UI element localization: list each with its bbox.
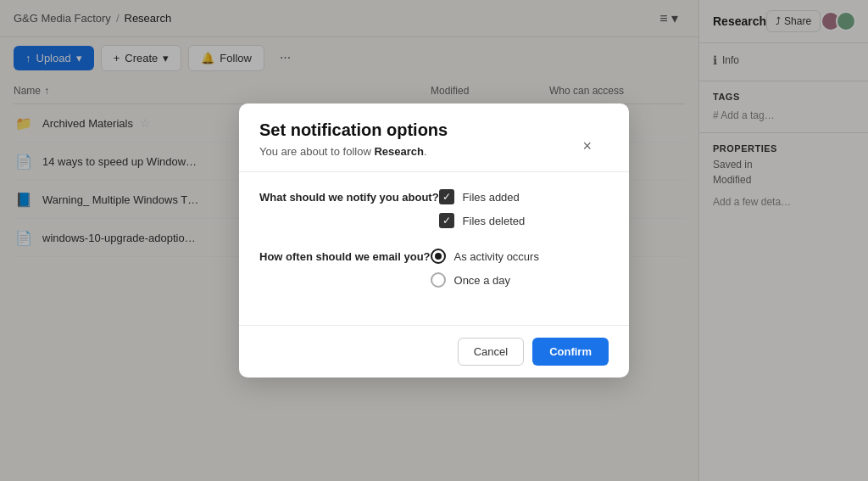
- activity-label: As activity occurs: [454, 250, 539, 263]
- subtitle-prefix: You are about to follow: [259, 145, 374, 158]
- activity-radio[interactable]: As activity occurs: [431, 249, 539, 264]
- files-deleted-checkbox[interactable]: ✓ Files deleted: [439, 213, 526, 228]
- radio-selected-icon: [431, 249, 446, 264]
- modal-overlay: Set notification options You are about t…: [0, 0, 868, 481]
- cancel-button[interactable]: Cancel: [458, 338, 524, 366]
- subtitle-suffix: .: [424, 145, 427, 158]
- modal-footer: Cancel Confirm: [239, 325, 629, 378]
- notify-options: ✓ Files added ✓ Files deleted: [439, 189, 526, 228]
- modal-title: Set notification options: [259, 120, 609, 140]
- modal-header: Set notification options You are about t…: [239, 103, 629, 172]
- email-options: As activity occurs Once a day: [431, 249, 539, 288]
- modal-body: What should we notify you about? ✓ Files…: [239, 172, 629, 325]
- confirm-button[interactable]: Confirm: [532, 338, 609, 366]
- email-label: How often should we email you?: [259, 249, 431, 263]
- email-section: How often should we email you? As activi…: [259, 249, 609, 288]
- notify-section: What should we notify you about? ✓ Files…: [259, 189, 609, 228]
- files-deleted-label: Files deleted: [463, 215, 526, 227]
- daily-radio[interactable]: Once a day: [431, 272, 539, 288]
- files-added-label: Files added: [463, 191, 520, 204]
- checkbox-checked-icon: ✓: [439, 213, 454, 228]
- subtitle-bold: Research: [374, 145, 424, 158]
- modal-subtitle: You are about to follow Research.: [259, 145, 609, 158]
- daily-label: Once a day: [454, 274, 511, 287]
- notify-label: What should we notify you about?: [259, 189, 439, 204]
- files-added-checkbox[interactable]: ✓ Files added: [439, 189, 526, 204]
- close-button[interactable]: ×: [579, 134, 595, 159]
- notification-modal: Set notification options You are about t…: [239, 103, 629, 378]
- radio-empty-icon: [431, 272, 446, 288]
- checkbox-checked-icon: ✓: [439, 189, 454, 204]
